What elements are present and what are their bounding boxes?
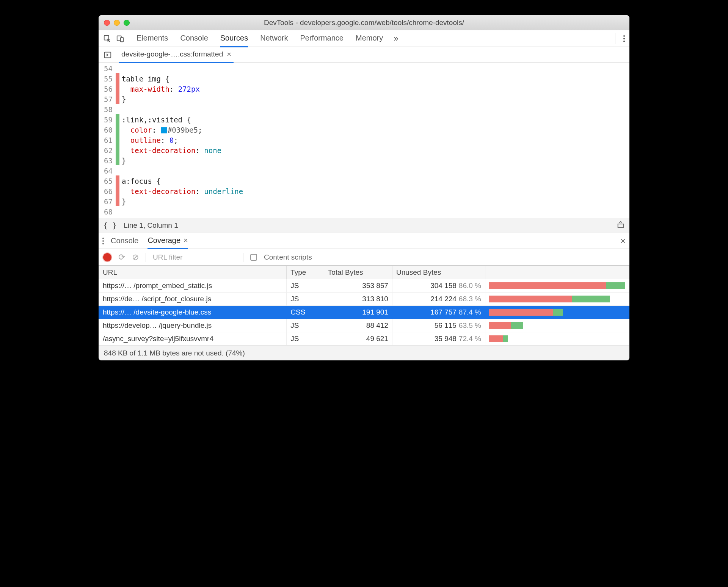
line-number-gutter: 545556575859606162636465666768 <box>99 63 116 218</box>
code-content[interactable]: table img { max-width: 272px} :link,:vis… <box>119 63 629 218</box>
close-window-button[interactable] <box>104 20 110 26</box>
main-tabstrip: ElementsConsoleSourcesNetworkPerformance… <box>99 30 629 47</box>
coverage-header[interactable] <box>485 266 629 279</box>
coverage-row[interactable]: https://… /prompt_embed_static.jsJS353 8… <box>99 279 629 293</box>
coverage-table: URLTypeTotal BytesUnused Bytes https://…… <box>99 266 629 346</box>
coverage-row[interactable]: https://de… /script_foot_closure.jsJS313… <box>99 293 629 306</box>
coverage-header[interactable]: Unused Bytes <box>392 266 485 279</box>
content-scripts-checkbox[interactable] <box>250 254 257 261</box>
toggle-drawer-icon[interactable] <box>617 221 625 231</box>
inspect-element-icon[interactable] <box>102 33 113 44</box>
coverage-summary: 848 KB of 1.1 MB bytes are not used. (74… <box>99 346 629 360</box>
file-tabstrip: devsite-google-….css:formatted × <box>99 47 629 63</box>
url-filter-input[interactable]: URL filter <box>153 253 236 261</box>
coverage-header[interactable]: Total Bytes <box>324 266 392 279</box>
window-controls <box>104 20 130 26</box>
coverage-header[interactable]: URL <box>99 266 287 279</box>
coverage-row[interactable]: /async_survey?site=ylj5ifxusvvmr4JS49 62… <box>99 332 629 346</box>
main-menu-icon[interactable] <box>615 33 626 44</box>
coverage-row[interactable]: https://… /devsite-google-blue.cssCSS191… <box>99 306 629 319</box>
content-scripts-label: Content scripts <box>264 253 312 261</box>
zoom-window-button[interactable] <box>124 20 130 26</box>
close-drawer-tab-icon[interactable]: × <box>184 236 188 245</box>
drawer-tab-coverage[interactable]: Coverage× <box>147 233 188 249</box>
cursor-position: Line 1, Column 1 <box>124 221 178 230</box>
more-tabs-chevron-icon[interactable]: » <box>394 34 398 44</box>
drawer-tabstrip: ConsoleCoverage× × <box>99 233 629 249</box>
clear-icon[interactable]: ⊘ <box>132 252 139 262</box>
svg-rect-2 <box>121 38 123 42</box>
drawer-tab-console[interactable]: Console <box>111 233 138 249</box>
main-tab-performance[interactable]: Performance <box>300 30 344 47</box>
coverage-header[interactable]: Type <box>287 266 324 279</box>
window-title: DevTools - developers.google.com/web/too… <box>99 19 629 27</box>
main-tab-sources[interactable]: Sources <box>220 30 248 47</box>
show-navigator-icon[interactable] <box>102 50 113 60</box>
file-tab[interactable]: devsite-google-….css:formatted × <box>119 47 234 63</box>
reload-icon[interactable]: ⟳ <box>118 252 125 262</box>
svg-rect-4 <box>618 224 624 227</box>
coverage-row[interactable]: https://develop… /jquery-bundle.jsJS88 4… <box>99 319 629 332</box>
coverage-toolbar: ⟳ ⊘ URL filter Content scripts <box>99 249 629 266</box>
window-titlebar: DevTools - developers.google.com/web/too… <box>99 15 629 30</box>
file-tab-label: devsite-google-….css:formatted <box>121 50 223 58</box>
main-tab-elements[interactable]: Elements <box>136 30 168 47</box>
record-button[interactable] <box>103 253 111 261</box>
devtools-window: DevTools - developers.google.com/web/too… <box>99 15 629 360</box>
close-drawer-icon[interactable]: × <box>620 236 626 246</box>
source-statusbar: { } Line 1, Column 1 <box>99 218 629 233</box>
minimize-window-button[interactable] <box>114 20 120 26</box>
source-editor[interactable]: 545556575859606162636465666768 table img… <box>99 63 629 218</box>
device-toolbar-icon[interactable] <box>115 33 126 44</box>
close-file-icon[interactable]: × <box>227 50 231 59</box>
main-tab-console[interactable]: Console <box>180 30 208 47</box>
drawer-menu-icon[interactable] <box>102 238 104 244</box>
pretty-print-icon[interactable]: { } <box>103 221 117 230</box>
main-tab-network[interactable]: Network <box>260 30 288 47</box>
main-tab-memory[interactable]: Memory <box>356 30 383 47</box>
coverage-gutter <box>116 63 119 218</box>
